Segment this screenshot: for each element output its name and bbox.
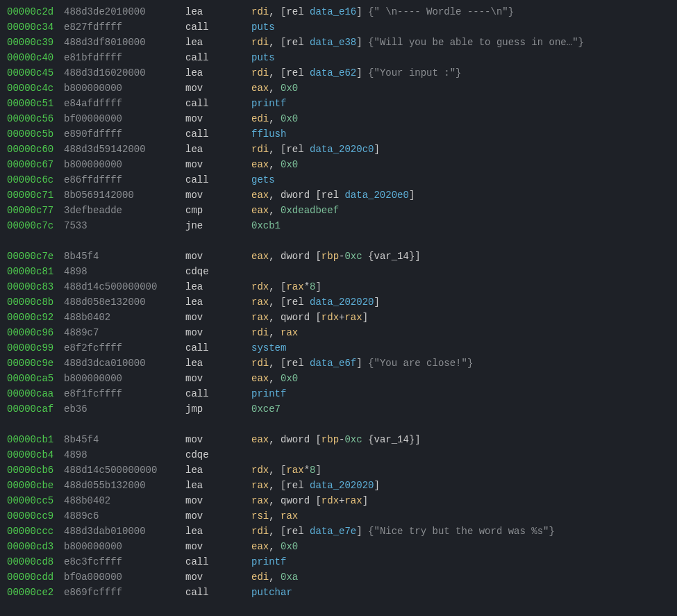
operands: eax, 0x0 (251, 157, 670, 172)
operands: putchar (251, 585, 670, 600)
asm-line[interactable]: 00000c7c7533jne0xcb1 (7, 218, 670, 233)
operand-token: * (304, 465, 310, 476)
operand-token: , [ (269, 281, 286, 292)
asm-line[interactable]: 00000c4cb800000000moveax, 0x0 (7, 81, 670, 96)
asm-line[interactable]: 00000cb18b45f4moveax, dword [rbp-0xc {va… (7, 432, 670, 447)
asm-line[interactable]: 00000cddbf0a000000movedi, 0xa (7, 569, 670, 585)
operands: edi, 0x0 (251, 111, 670, 126)
asm-line[interactable]: 00000ce2e869fcffffcallputchar (7, 585, 670, 600)
xref-link[interactable]: printf (251, 388, 286, 399)
asm-line[interactable]: 00000c60488d3d59142000leardi, [rel data_… (7, 142, 670, 157)
asm-line[interactable]: 00000ccc488d3dab010000leardi, [rel data_… (7, 524, 670, 539)
operand-token: 0xdeadbeef (281, 205, 339, 216)
asm-line[interactable]: 00000c8b488d058e132000learax, [rel data_… (7, 294, 670, 310)
xref-link[interactable]: printf (251, 98, 286, 109)
operand-token: rax (251, 312, 269, 323)
asm-line[interactable]: 00000cb44898cdqe (7, 447, 670, 463)
asm-line[interactable]: 00000c83488d14c500000000leardx, [rax*8] (7, 279, 670, 294)
asm-line[interactable]: 00000cd8e8c3fcffffcallprintf (7, 554, 670, 569)
xref-link[interactable]: data_202020 (310, 480, 374, 491)
operands (251, 447, 670, 463)
operand-token: , [ (269, 526, 286, 537)
xref-link[interactable]: data_e38 (310, 37, 356, 48)
mnemonic: lea (185, 463, 251, 478)
raw-bytes: 7533 (64, 218, 185, 233)
operand-token: rax (344, 495, 362, 506)
asm-line[interactable]: 00000cc94889c6movrsi, rax (7, 508, 670, 524)
operand-token: rdx (251, 281, 269, 292)
operands: gets (251, 172, 670, 188)
address: 00000cdd (7, 569, 64, 585)
operand-token: edi (251, 113, 269, 124)
xref-link[interactable]: putchar (251, 587, 292, 598)
xref-link[interactable]: system (251, 342, 286, 353)
xref-link[interactable]: data_2020e0 (344, 190, 408, 201)
operand-token: ] (374, 480, 379, 491)
asm-line[interactable]: 00000c99e8f2fcffffcallsystem (7, 340, 670, 356)
mnemonic: mov (185, 310, 251, 325)
operands: rdx, [rax*8] (251, 279, 670, 294)
mnemonic: mov (185, 493, 251, 508)
xref-link[interactable]: gets (251, 174, 275, 185)
asm-line[interactable]: 00000c6ce86ffdffffcallgets (7, 172, 670, 188)
xref-link[interactable]: data_2020c0 (310, 144, 374, 155)
xref-link[interactable]: data_202020 (310, 297, 374, 308)
asm-line[interactable]: 00000c718b0569142000moveax, dword [rel d… (7, 188, 670, 203)
asm-line[interactable]: 00000caae8f1fcffffcallprintf (7, 386, 670, 401)
operand-token: eax (251, 190, 269, 201)
asm-line[interactable]: 00000c34e827fdffffcallputs (7, 19, 670, 35)
operand-token: , [ (269, 297, 286, 308)
address: 00000c7c (7, 218, 64, 233)
mnemonic: mov (185, 508, 251, 524)
operands: rax, [rel data_202020] (251, 294, 670, 310)
xref-link[interactable]: data_e7e (310, 526, 356, 537)
xref-link[interactable]: puts (251, 52, 275, 63)
mnemonic: call (185, 554, 251, 569)
address: 00000c34 (7, 19, 64, 35)
raw-bytes: e8f2fcffff (64, 340, 185, 356)
operand-token: rax (286, 281, 303, 292)
asm-line[interactable]: 00000cbe488d055b132000learax, [rel data_… (7, 478, 670, 493)
asm-line[interactable]: 00000c773defbeaddecmpeax, 0xdeadbeef (7, 203, 670, 218)
asm-line[interactable]: 00000c56bf00000000movedi, 0x0 (7, 111, 670, 126)
address: 00000c40 (7, 50, 64, 65)
disassembly-listing[interactable]: 00000c2d488d3de2010000leardi, [rel data_… (7, 4, 670, 600)
asm-line[interactable]: 00000cc5488b0402movrax, qword [rdx+rax] (7, 493, 670, 508)
operand-token: rbp (321, 434, 339, 445)
xref-link[interactable]: data_e6f (310, 358, 356, 369)
asm-line[interactable]: 00000cafeb36jmp0xce7 (7, 401, 670, 417)
xref-link[interactable]: data_e16 (310, 6, 356, 17)
raw-bytes: 488b0402 (64, 310, 185, 325)
asm-line[interactable]: 00000c5be890fdffffcallfflush (7, 126, 670, 142)
operands: rdi, [rel data_e7e] {"Nice try but the w… (251, 524, 670, 539)
asm-line[interactable]: 00000c67b800000000moveax, 0x0 (7, 157, 670, 172)
asm-line[interactable]: 00000c7e8b45f4moveax, dword [rbp-0xc {va… (7, 249, 670, 264)
asm-line[interactable]: 00000c814898cdqe (7, 264, 670, 279)
asm-line[interactable]: 00000cd3b800000000moveax, 0x0 (7, 539, 670, 554)
raw-bytes: 3defbeadde (64, 203, 185, 218)
asm-line[interactable]: 00000c964889c7movrdi, rax (7, 325, 670, 340)
mnemonic: lea (185, 35, 251, 50)
raw-bytes: 488b0402 (64, 493, 185, 508)
asm-line[interactable]: 00000c39488d3df8010000leardi, [rel data_… (7, 35, 670, 50)
operand-token: dword [ (281, 251, 321, 262)
raw-bytes: 488d3df8010000 (64, 35, 185, 50)
asm-line[interactable]: 00000c2d488d3de2010000leardi, [rel data_… (7, 4, 670, 19)
xref-link[interactable]: puts (251, 22, 275, 33)
asm-line[interactable]: 00000cb6488d14c500000000leardx, [rax*8] (7, 463, 670, 478)
raw-bytes: 488d3dab010000 (64, 524, 185, 539)
address: 00000c2d (7, 4, 64, 19)
xref-link[interactable]: printf (251, 556, 286, 567)
operands: rdi, [rel data_e38] {"Will you be able t… (251, 35, 670, 50)
xref-link[interactable]: data_e62 (310, 67, 356, 78)
xref-link[interactable]: fflush (251, 128, 286, 140)
asm-line[interactable]: 00000c40e81bfdffffcallputs (7, 50, 670, 65)
address: 00000cd3 (7, 539, 64, 554)
asm-line[interactable]: 00000ca5b800000000moveax, 0x0 (7, 371, 670, 386)
asm-line[interactable]: 00000c92488b0402movrax, qword [rdx+rax] (7, 310, 670, 325)
asm-line[interactable]: 00000c9e488d3dca010000leardi, [rel data_… (7, 356, 670, 371)
asm-line[interactable]: 00000c51e84afdffffcallprintf (7, 96, 670, 111)
asm-line[interactable]: 00000c45488d3d16020000leardi, [rel data_… (7, 65, 670, 81)
operand-token: , (269, 113, 281, 124)
operand-token: dword [ (281, 434, 321, 445)
